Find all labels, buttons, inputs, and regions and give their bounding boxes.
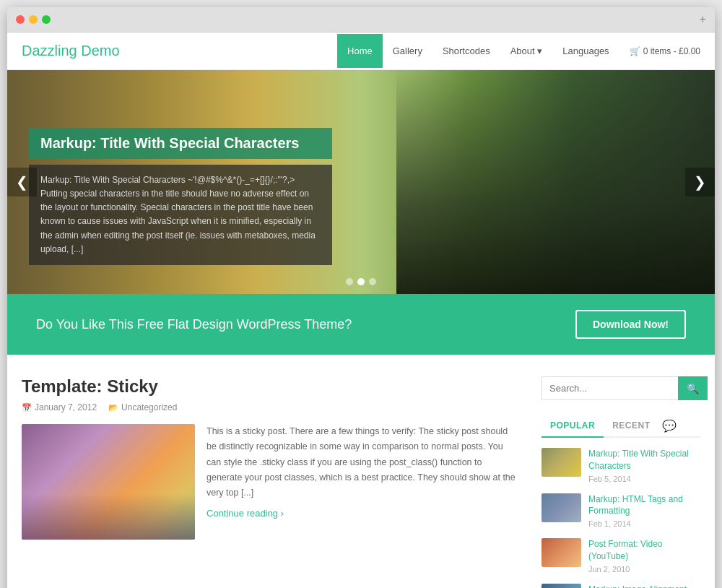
browser-window: + Dazzling Demo Home Gallery Shortcodes … <box>7 7 715 588</box>
post-meta: 📅 January 7, 2012 📂 Uncategorized <box>22 402 520 412</box>
post-category: 📂 Uncategorized <box>108 402 177 412</box>
nav-link-gallery[interactable]: Gallery <box>383 34 432 68</box>
sidebar-thumb-3 <box>542 538 581 567</box>
nav-link-home[interactable]: Home <box>337 34 383 68</box>
sidebar-post-2: Markup: HTML Tags and Formatting Feb 1, … <box>542 493 700 529</box>
sidebar-post-info-2: Markup: HTML Tags and Formatting Feb 1, … <box>588 493 700 529</box>
sidebar-post-title-4[interactable]: Markup: Image Alignment <box>588 584 700 588</box>
nav-menu: Home Gallery Shortcodes About Languages <box>337 34 619 68</box>
nav-link-about[interactable]: About <box>500 34 553 68</box>
sidebar-post-info-1: Markup: Title With Special Characters Fe… <box>588 448 700 483</box>
folder-icon: 📂 <box>108 403 118 412</box>
main-content: Template: Sticky 📅 January 7, 2012 📂 Unc… <box>7 355 715 588</box>
sidebar-thumb-4 <box>542 584 581 588</box>
shopping-cart-icon: 🛒 <box>630 46 640 56</box>
hero-slider: Markup: Title With Special Characters Ma… <box>7 70 715 294</box>
close-button[interactable] <box>16 15 25 24</box>
cart-count: 0 items - £0.00 <box>643 46 700 56</box>
post-date-text: January 7, 2012 <box>35 402 97 412</box>
nav-item-shortcodes[interactable]: Shortcodes <box>432 34 500 68</box>
sidebar-post-date-1: Feb 5, 2014 <box>588 475 700 483</box>
sidebar-posts-list: Markup: Title With Special Characters Fe… <box>542 448 700 588</box>
sidebar-post-1: Markup: Title With Special Characters Fe… <box>542 448 700 483</box>
search-input[interactable] <box>542 376 678 400</box>
download-now-button[interactable]: Download Now! <box>575 310 686 339</box>
tab-popular[interactable]: POPULAR <box>542 415 604 438</box>
search-button[interactable]: 🔍 <box>678 376 708 400</box>
chat-icon: 💬 <box>662 419 677 433</box>
sidebar-post-info-3: Post Format: Video (YouTube) Jun 2, 2010 <box>588 538 700 574</box>
sidebar-post-date-2: Feb 1, 2014 <box>588 519 700 528</box>
sidebar-post-info-4: Markup: Image Alignment Jan 10, 2013 <box>588 584 700 588</box>
sidebar-post-title-1[interactable]: Markup: Title With Special Characters <box>588 448 700 472</box>
search-box: 🔍 <box>542 376 700 400</box>
nav-item-gallery[interactable]: Gallery <box>383 34 432 68</box>
cart-icon-area[interactable]: 🛒0 items - £0.00 <box>619 46 700 56</box>
sidebar-tabs: POPULAR RECENT 💬 <box>542 415 700 438</box>
nav-link-languages[interactable]: Languages <box>552 34 619 68</box>
sidebar-post-4: Markup: Image Alignment Jan 10, 2013 <box>542 584 700 588</box>
post-excerpt-area: This is a sticky post. There are a few t… <box>206 424 520 540</box>
nav-item-about[interactable]: About <box>500 34 553 68</box>
nav-link-shortcodes[interactable]: Shortcodes <box>432 34 500 68</box>
sidebar-thumb-2 <box>542 493 581 522</box>
post-excerpt: This is a sticky post. There are a few t… <box>206 424 520 501</box>
sidebar: 🔍 POPULAR RECENT 💬 Markup: Title With Sp… <box>542 376 700 588</box>
post-thumbnail <box>22 424 195 540</box>
slider-next-button[interactable]: ❯ <box>685 168 715 196</box>
hero-title-box: Markup: Title With Special Characters <box>29 128 332 159</box>
calendar-icon: 📅 <box>22 403 32 412</box>
slider-dot-1[interactable] <box>346 278 353 285</box>
hero-text-box: Markup: Title With Special Characters ~'… <box>29 165 332 265</box>
post-title: Template: Sticky <box>22 376 520 397</box>
post-category-text: Uncategorized <box>121 402 177 412</box>
sidebar-post-date-3: Jun 2, 2010 <box>588 565 700 574</box>
hero-title: Markup: Title With Special Characters <box>40 135 321 152</box>
post-date: 📅 January 7, 2012 <box>22 402 97 412</box>
blog-post: Template: Sticky 📅 January 7, 2012 📂 Unc… <box>22 376 520 540</box>
post-body: This is a sticky post. There are a few t… <box>22 424 520 540</box>
hero-text: Markup: Title With Special Characters ~'… <box>40 173 321 256</box>
slider-dot-2[interactable] <box>357 278 365 285</box>
continue-reading-link[interactable]: Continue reading <box>206 508 284 519</box>
browser-chrome: + <box>7 7 715 33</box>
maximize-button[interactable] <box>42 15 51 24</box>
sidebar-post-3: Post Format: Video (YouTube) Jun 2, 2010 <box>542 538 700 574</box>
new-tab-icon[interactable]: + <box>700 13 706 26</box>
nav-item-languages[interactable]: Languages <box>552 34 619 68</box>
site-logo[interactable]: Dazzling Demo <box>22 43 337 59</box>
slider-dots <box>346 278 376 285</box>
cta-text: Do You Like This Free Flat Design WordPr… <box>36 317 352 332</box>
tab-recent[interactable]: RECENT <box>604 415 658 436</box>
blog-area: Template: Sticky 📅 January 7, 2012 📂 Unc… <box>22 376 520 588</box>
sidebar-thumb-1 <box>542 448 581 477</box>
sidebar-post-title-3[interactable]: Post Format: Video (YouTube) <box>588 538 700 563</box>
slider-dot-3[interactable] <box>369 278 376 285</box>
nav-item-home[interactable]: Home <box>337 34 383 68</box>
hero-content: Markup: Title With Special Characters Ma… <box>29 128 332 265</box>
cta-banner: Do You Like This Free Flat Design WordPr… <box>7 294 715 355</box>
site-header: Dazzling Demo Home Gallery Shortcodes Ab… <box>7 33 715 70</box>
sidebar-post-title-2[interactable]: Markup: HTML Tags and Formatting <box>588 493 700 518</box>
minimize-button[interactable] <box>29 15 38 24</box>
slider-prev-button[interactable]: ❮ <box>7 168 37 196</box>
